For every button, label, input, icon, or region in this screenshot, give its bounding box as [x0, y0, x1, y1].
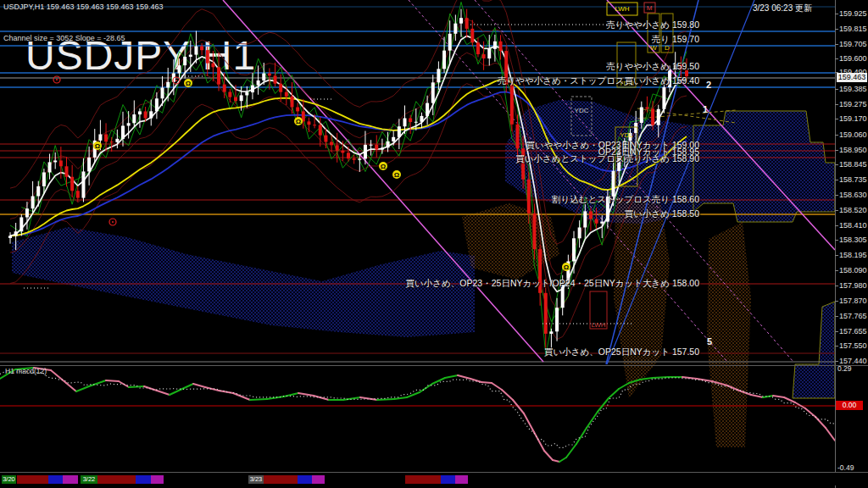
price-axis-label: 159.815 — [839, 25, 867, 33]
chart-canvas[interactable]: LWHMWDYDMYDCYDLLWH ΩΩΩΩΩΩ215 — [0, 0, 868, 488]
session-strip-segment — [405, 475, 441, 484]
session-strip-segment — [455, 475, 468, 484]
symbol-ohlc-readout: USDJPY,H1 159.463 159.463 159.463 159.46… — [3, 3, 164, 11]
price-axis-label: 158.630 — [839, 191, 867, 199]
price-axis-label: 159.385 — [839, 85, 867, 93]
price-axis-label: 157.980 — [839, 281, 867, 290]
svg-text:LWH: LWH — [591, 321, 605, 329]
price-axis-tick — [835, 135, 838, 136]
svg-text:2: 2 — [706, 80, 711, 90]
price-axis-tick — [835, 301, 838, 302]
macd-indicator-label: H1 macd(12) — [5, 367, 47, 375]
price-axis-tick — [835, 195, 838, 196]
svg-text:YDL: YDL — [620, 131, 633, 139]
session-strip-segment — [264, 475, 298, 484]
svg-text:M: M — [647, 4, 653, 12]
price-axis-tick — [835, 346, 838, 347]
svg-text:5: 5 — [707, 336, 712, 347]
svg-text:Ω: Ω — [381, 163, 387, 170]
price-axis-tick — [835, 29, 838, 30]
trade-note: 売りやや小さめ・ストップロス買い小さめ 159.40 — [498, 75, 699, 87]
session-strip-segment — [48, 475, 63, 484]
macd-panel-top-border — [0, 365, 868, 366]
price-axis-tick — [835, 210, 838, 211]
svg-text:1: 1 — [703, 104, 708, 114]
trade-note: 割り込むとストップロス売り 158.60 — [552, 194, 699, 206]
price-axis-tick — [835, 331, 838, 332]
price-axis-label: 158.845 — [839, 160, 867, 169]
price-axis-tick — [835, 104, 838, 105]
svg-text:Ω: Ω — [95, 142, 101, 150]
price-axis-tick — [835, 150, 838, 151]
price-axis-label: 158.305 — [839, 236, 867, 244]
price-axis-tick — [835, 89, 838, 90]
macd-indicator — [0, 368, 835, 462]
price-axis-label: 159.925 — [839, 9, 867, 18]
trade-note: 売りやや小さめ 159.50 — [606, 61, 699, 73]
price-axis-tick — [835, 240, 838, 241]
macd-zero-tag: 0.00 — [836, 401, 863, 410]
session-strip-segment — [298, 475, 312, 484]
session-strip-segment — [17, 475, 48, 484]
channel-info-readout: Channel size = 3052 Slope = -28.65 — [3, 34, 125, 42]
price-axis-tick — [835, 225, 838, 226]
svg-text:YDC: YDC — [575, 107, 589, 114]
session-strip-segment: 3/20 — [2, 475, 16, 484]
trade-note: 買い小さめとストップロス売り小さめ 158.90 — [515, 153, 699, 165]
price-axis-label: 157.655 — [839, 327, 867, 336]
trade-note: 買い小さめ、OP23・25日NYカット/OP24・25日NYカット大きめ 158… — [406, 278, 699, 290]
price-axis-label: 158.520 — [839, 206, 867, 214]
price-axis-tick — [835, 286, 838, 286]
svg-text:LWH: LWH — [615, 5, 629, 13]
trade-note: 買い小さめ、OP25日NYカット 157.50 — [544, 347, 699, 358]
svg-text:Ω: Ω — [394, 171, 400, 179]
price-axis-tick — [835, 316, 838, 317]
price-axis-label: 158.090 — [839, 266, 867, 274]
svg-text:Ω: Ω — [564, 263, 570, 271]
price-axis-label: 157.550 — [839, 341, 867, 350]
session-strip-segment — [151, 475, 164, 484]
session-strip-segment: 3/22 — [81, 475, 97, 484]
price-axis-label: 159.705 — [839, 40, 867, 48]
macd-max-label: 0.29 — [837, 364, 852, 373]
trading-terminal-window: USDJPY H1 LWHMWDYDMYDCYDLLWH ΩΩΩΩΩΩ215 U… — [0, 0, 868, 488]
price-axis-separator — [835, 0, 836, 488]
session-strip-segment — [312, 475, 325, 484]
price-axis-label: 159.600 — [839, 54, 867, 63]
price-axis-label: 159.170 — [839, 114, 867, 123]
trade-note: 売り 159.70 — [652, 34, 699, 46]
price-axis-label: 157.870 — [839, 297, 867, 305]
session-strip-segment — [441, 475, 455, 484]
last-update-timestamp: 3/23 06:23 更新 — [753, 3, 812, 14]
svg-text:Ω: Ω — [296, 118, 302, 125]
session-strip-segment — [136, 475, 151, 484]
trade-note: 売りやや小さめ 159.80 — [606, 19, 699, 31]
price-axis-tick — [835, 361, 838, 362]
session-strip-segment: 3/23 — [248, 475, 264, 484]
session-strip-segment — [97, 475, 136, 484]
price-axis-tick — [835, 270, 838, 271]
price-axis-label: 158.735 — [839, 175, 867, 184]
price-axis-label: 158.950 — [839, 146, 867, 154]
price-axis-label: 159.060 — [839, 130, 867, 139]
trade-note: 買い小さめ 158.50 — [625, 208, 699, 220]
price-axis-label: 157.765 — [839, 312, 867, 320]
session-strip: 3/203/223/23 — [0, 473, 868, 485]
price-axis-tick — [835, 44, 838, 45]
ichimoku-clouds — [12, 100, 835, 447]
price-axis-label: 159.275 — [839, 100, 867, 108]
macd-min-label: -0.49 — [837, 463, 854, 472]
price-axis-label: 158.410 — [839, 221, 867, 230]
price-axis-tick — [835, 58, 838, 59]
price-axis-tick — [835, 255, 838, 256]
price-axis-label: 158.195 — [839, 251, 867, 259]
current-price-tag: 159.463 — [837, 73, 867, 82]
price-axis-tick — [835, 14, 838, 14]
price-axis-tick — [835, 180, 838, 180]
session-strip-segment — [63, 475, 78, 484]
price-axis-tick — [835, 119, 838, 119]
price-axis-tick — [835, 164, 838, 165]
svg-text:Ω: Ω — [186, 80, 192, 87]
